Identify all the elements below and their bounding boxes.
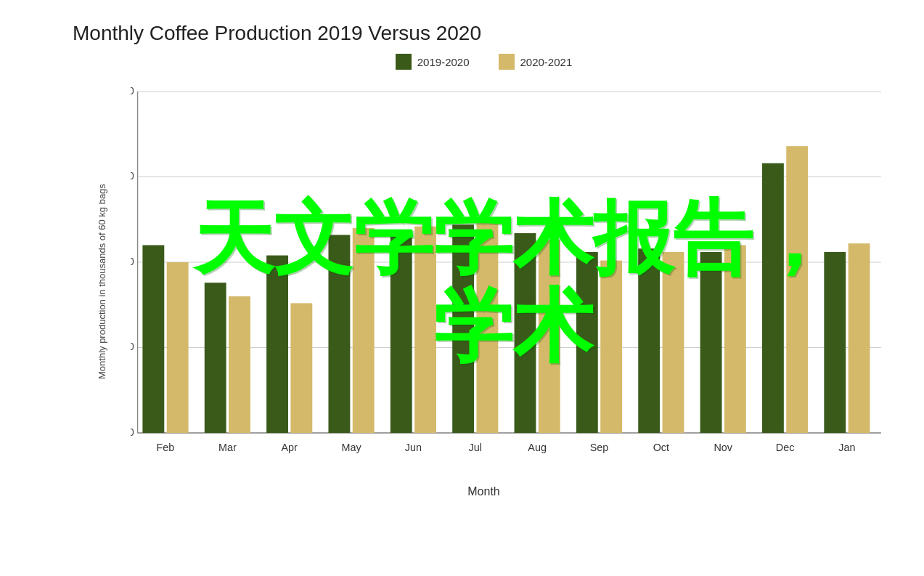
svg-rect-24 [414,227,436,433]
svg-text:1,000: 1,000 [131,256,134,267]
svg-text:2,000: 2,000 [131,85,134,97]
svg-rect-12 [167,262,189,433]
svg-text:May: May [342,442,362,453]
svg-rect-27 [476,223,498,433]
x-axis-title: Month [73,485,895,498]
svg-text:Jul: Jul [469,442,482,453]
svg-rect-45 [849,243,870,433]
svg-text:Jan: Jan [838,442,855,453]
svg-text:0: 0 [131,426,134,438]
svg-rect-44 [824,252,846,433]
svg-text:Nov: Nov [714,442,732,453]
svg-rect-21 [353,228,375,433]
bar-chart: 05001,0001,5002,000FebMarAprMayJunJulAug… [131,84,895,476]
svg-rect-14 [205,283,226,433]
legend-label-2019: 2019-2020 [417,56,470,68]
svg-rect-32 [576,252,598,433]
legend-label-2020: 2020-2021 [520,56,573,68]
svg-rect-41 [762,163,784,433]
svg-rect-23 [391,232,412,433]
svg-rect-20 [328,235,350,433]
svg-text:Oct: Oct [653,442,669,453]
svg-text:Apr: Apr [282,442,298,453]
y-axis-label: Monthly production in thousands of 60 kg… [97,184,107,380]
svg-rect-11 [142,246,164,434]
svg-rect-26 [452,224,474,433]
svg-rect-36 [663,252,684,433]
chart-container: Monthly Coffee Production 2019 Versus 20… [0,0,924,576]
legend-color-2020 [499,54,515,70]
legend-item-2019: 2019-2020 [396,54,470,70]
svg-rect-30 [539,240,560,433]
chart-title: Monthly Coffee Production 2019 Versus 20… [73,22,895,45]
legend-item-2020: 2020-2021 [499,54,573,70]
svg-rect-17 [266,256,288,433]
svg-rect-33 [600,261,622,433]
svg-rect-38 [700,252,722,433]
svg-text:Mar: Mar [218,442,237,453]
svg-text:Jun: Jun [405,442,422,453]
svg-text:500: 500 [131,341,134,352]
svg-rect-42 [786,146,808,433]
svg-rect-18 [290,303,312,433]
svg-text:1,500: 1,500 [131,170,134,182]
svg-text:Aug: Aug [528,442,547,453]
legend-color-2019 [396,54,412,70]
svg-text:Feb: Feb [157,442,175,453]
svg-rect-39 [724,246,746,434]
legend: 2019-2020 2020-2021 [73,54,895,70]
svg-rect-35 [638,248,660,433]
svg-rect-29 [515,233,536,433]
svg-rect-15 [229,296,250,433]
svg-text:Sep: Sep [590,442,609,453]
svg-text:Dec: Dec [776,442,795,453]
